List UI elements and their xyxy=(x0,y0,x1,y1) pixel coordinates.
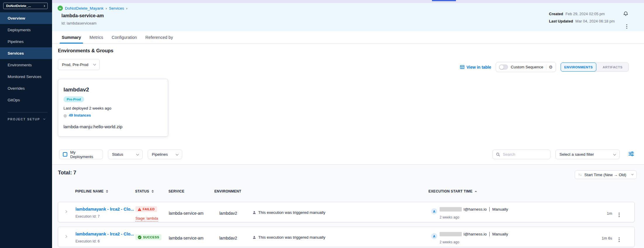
custom-sequence-toggle[interactable] xyxy=(499,65,508,70)
view-in-table-label: View in table xyxy=(466,65,491,70)
chevron-down-icon xyxy=(43,118,45,120)
service-meta: CreatedFeb 29, 2024 02:05 pm Last Update… xyxy=(549,12,615,26)
saved-filter-dropdown[interactable]: Select a saved filter xyxy=(555,150,620,159)
duration: 1m xyxy=(597,211,612,216)
project-selector[interactable]: DoNotDelete_... xyxy=(3,3,48,9)
updated-value: Mar 04, 2024 06:18 pm xyxy=(575,19,614,23)
sidebar-item-label: Services xyxy=(8,51,24,56)
sidebar-item-gitops[interactable]: GitOps xyxy=(0,94,52,106)
toggle-knob xyxy=(500,65,504,69)
environment-card[interactable]: lambdav2 Pre-Prod Last deployed 2 weeks … xyxy=(58,79,168,137)
sidebar-item-overrides[interactable]: Overrides xyxy=(0,82,52,94)
pipeline-link[interactable]: lambdamayank - lrca2 - Clo... xyxy=(75,207,134,211)
header-more-options-icon[interactable] xyxy=(626,21,627,26)
last-deployed-text: Last deployed 2 weeks ago xyxy=(63,106,163,110)
column-label: ENVIRONMENT xyxy=(214,189,241,193)
segment-artifacts[interactable]: ARTIFACTS xyxy=(594,63,629,72)
environments-artifacts-switch: ENVIRONMENTS ARTIFACTS xyxy=(561,63,629,72)
environment-name: lambdav2 xyxy=(219,211,237,216)
sidebar-item-services[interactable]: Services xyxy=(0,47,52,59)
user-icon xyxy=(252,235,256,239)
project-setup-label: PROJECT SETUP xyxy=(8,117,40,121)
gear-icon[interactable]: ⚙ xyxy=(549,65,553,69)
status-filter-dropdown[interactable]: Status xyxy=(108,150,143,159)
sidebar-item-environments[interactable]: Environments xyxy=(0,59,52,71)
failed-stage-link[interactable]: Stage: lambda xyxy=(135,216,158,221)
deployments-filter-bar: My Deployments Status Pipelines Select a xyxy=(59,150,634,159)
pipelines-filter-dropdown[interactable]: Pipelines xyxy=(148,150,182,159)
top-nav-strip xyxy=(52,0,644,3)
environment-type-value: Prod, Pre-Prod xyxy=(62,63,88,67)
search-input[interactable] xyxy=(503,152,547,157)
chevron-right-icon xyxy=(43,5,45,7)
sidebar-item-label: Monitored Services xyxy=(8,74,42,79)
sidebar-item-label: Deployments xyxy=(8,28,31,32)
triggered-by: l@harness.ioManually xyxy=(440,207,508,211)
saved-filter-label: Select a saved filter xyxy=(559,152,594,157)
tab-configuration[interactable]: Configuration xyxy=(112,31,137,44)
tab-metrics[interactable]: Metrics xyxy=(89,31,103,44)
project-setup-toggle[interactable]: PROJECT SETUP xyxy=(8,117,45,121)
expand-row-icon[interactable] xyxy=(64,235,67,238)
sidebar-item-label: Environments xyxy=(8,63,32,67)
divider xyxy=(489,207,490,211)
redacted-user xyxy=(440,232,462,236)
environment-type-badge: Pre-Prod xyxy=(63,96,84,102)
column-status[interactable]: STATUS xyxy=(135,189,154,193)
column-pipeline-name[interactable]: PIPELINE NAME xyxy=(75,189,108,193)
tab-summary[interactable]: Summary xyxy=(62,31,81,44)
breadcrumb-separator: › xyxy=(106,6,107,11)
sidebar-item-label: Overview xyxy=(8,16,25,20)
table-header: PIPELINE NAME STATUS SERVICE ENVIRONMENT… xyxy=(52,189,644,195)
status-badge: FAILED xyxy=(135,206,157,212)
view-in-table-link[interactable]: View in table xyxy=(460,65,491,70)
tab-referenced-by[interactable]: Referenced by xyxy=(145,31,173,44)
status-label: SUCCESS xyxy=(143,235,159,239)
sort-icon xyxy=(151,190,154,193)
breadcrumb-separator: › xyxy=(126,6,128,11)
tab-label: Configuration xyxy=(112,35,137,40)
expand-row-icon[interactable] xyxy=(64,210,67,213)
sort-dropdown[interactable]: ↑↓ Start Time (New → Old) xyxy=(575,170,637,179)
avatar[interactable]: A xyxy=(431,208,437,214)
segment-environments[interactable]: ENVIRONMENTS xyxy=(561,63,596,72)
sidebar-item-label: Overrides xyxy=(8,86,25,91)
my-deployments-checkbox[interactable] xyxy=(63,152,67,157)
search-icon xyxy=(496,152,500,157)
status-filter-label: Status xyxy=(112,152,123,157)
execution-row[interactable]: lambdamayank - lrca2 - Clo... Execution … xyxy=(58,202,635,222)
sidebar-item-deployments[interactable]: Deployments xyxy=(0,24,52,36)
column-label: EXECUTION START TIME xyxy=(428,189,472,193)
service-name: lambda-service-am xyxy=(169,211,204,216)
total-count: Total: 7 xyxy=(58,170,76,176)
column-execution-start-time[interactable]: EXECUTION START TIME xyxy=(428,189,477,193)
filter-settings-icon[interactable] xyxy=(628,151,634,157)
status-badge: SUCCESS xyxy=(135,234,161,240)
breadcrumb-project-link[interactable]: DoNotDelete_Mayank xyxy=(65,6,104,11)
sidebar-item-monitored-services[interactable]: Monitored Services xyxy=(0,71,52,82)
my-deployments-label: My Deployments xyxy=(70,150,99,159)
pipeline-link[interactable]: lambdamayank - lrca2 - Clo... xyxy=(75,232,134,236)
notification-bell-icon[interactable] xyxy=(623,11,628,18)
chevron-down-icon xyxy=(93,63,96,66)
my-deployments-filter[interactable]: My Deployments xyxy=(59,150,103,159)
environments-section: Environments & Groups Prod, Pre-Prod Vie… xyxy=(52,44,644,164)
table-icon xyxy=(460,65,464,69)
execution-row[interactable]: lambdamayank - lrca2 - Clo... Execution … xyxy=(58,227,635,247)
trigger-text: This execution was triggered manually xyxy=(258,210,326,215)
created-label: Created xyxy=(549,12,563,16)
row-more-options-icon[interactable] xyxy=(619,209,620,215)
divider xyxy=(546,65,546,70)
avatar[interactable]: A xyxy=(431,233,437,239)
service-name: lambda-service-am xyxy=(169,236,204,240)
trigger-type: Manually xyxy=(492,232,508,236)
instances-link[interactable]: 49 Instances xyxy=(69,113,91,117)
tab-label: Summary xyxy=(62,35,81,40)
breadcrumb-services-link[interactable]: Services xyxy=(109,6,124,11)
sidebar-item-pipelines[interactable]: Pipelines xyxy=(0,36,52,47)
sidebar-item-overview[interactable]: Overview xyxy=(0,12,52,24)
row-more-options-icon[interactable] xyxy=(619,234,620,240)
environment-controls: View in table Custom Sequence ⚙ ENVIRONM… xyxy=(460,62,629,72)
trigger-text: This execution was triggered manually xyxy=(258,235,326,240)
environment-type-dropdown[interactable]: Prod, Pre-Prod xyxy=(58,59,100,70)
